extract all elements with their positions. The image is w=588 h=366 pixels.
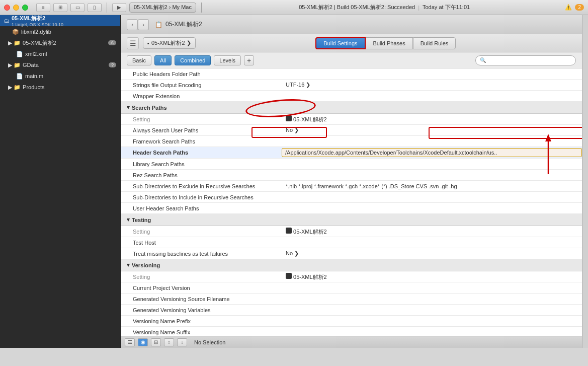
settings-table: Public Headers Folder Path Strings file … [121, 68, 582, 336]
sidebar-item-xml-file[interactable]: 📄 xml2.xml [0, 48, 120, 59]
gdata-folder-icon: ▶ 📁 [8, 62, 21, 68]
nav-next-button[interactable]: › [138, 19, 149, 30]
target-icon: ▪ [147, 40, 149, 46]
filter-combined-button[interactable]: Combined [175, 55, 211, 65]
sidebar-item-libxml2[interactable]: 📦 libxml2.dylib [0, 26, 120, 37]
align-bottom-icon[interactable]: ↕ [164, 338, 174, 346]
nav-prev-button[interactable]: ‹ [127, 19, 138, 30]
right-panel-button[interactable]: ▯ [88, 3, 102, 12]
sidebar-item-project[interactable]: 🗂 05-XML解析2 1 target, OS X SDK 10.10 [0, 15, 120, 26]
section-collapse-versioning-icon[interactable]: ▾ [127, 262, 130, 268]
filter-bottom-icon[interactable]: ◉ [138, 338, 148, 346]
settings-row-subdirs-exclude: Sub-Directories to Exclude in Recursive … [121, 181, 582, 192]
sidebar-item-xml-project[interactable]: ▶ 📁 05-XML解析2 A [0, 37, 120, 48]
settings-row-header-search: Header Search Paths /Applications/Xcode.… [121, 147, 582, 159]
row-value-treat-missing[interactable]: No ❯ [282, 250, 582, 257]
filter-all-button[interactable]: All [154, 55, 172, 65]
sidebar-toggle-button[interactable]: ≡ [36, 3, 50, 12]
section-testing: ▾ Testing [121, 214, 582, 226]
run-button[interactable]: ▶ [112, 3, 126, 12]
settings-row-version-setting: Setting 05-XML解析2 [121, 271, 582, 282]
section-versioning: ▾ Versioning [121, 259, 582, 271]
settings-row-rez-search: Rez Search Paths [121, 170, 582, 181]
bottom-bar: ☰ ◉ ⊟ ↕ ↓ No Selection [121, 336, 582, 348]
warning-icon: ⚠️ [565, 4, 572, 11]
close-button[interactable] [4, 5, 10, 11]
section-collapse-icon[interactable]: ▾ [127, 104, 130, 111]
warning-badge[interactable]: 2 [575, 4, 584, 11]
sidebar-label-gdata: GData [23, 62, 39, 68]
sidebar-item-products[interactable]: ▶ 📁 Products [0, 82, 120, 93]
search-box[interactable]: 🔍 [475, 55, 576, 65]
settings-row-test-setting: Setting 05-XML解析2 [121, 226, 582, 237]
project-tab-icon: 📋 [155, 21, 162, 28]
sidebar-label-products: Products [23, 84, 44, 90]
sidebar-item-main[interactable]: 📄 main.m [0, 70, 120, 82]
build-settings-tab[interactable]: Build Settings [315, 37, 365, 49]
search-icon: 🔍 [480, 57, 486, 63]
filter-add-button[interactable]: + [244, 55, 254, 65]
row-value-header-search[interactable]: /Applications/Xcode.app/Contents/Develop… [282, 148, 582, 157]
target-icon-version [286, 273, 292, 279]
sidebar-toggle-icon[interactable]: ☰ [127, 37, 139, 49]
settings-row-gen-vars: Generated Versioning Variables [121, 305, 582, 316]
row-name-framework-search: Framework Search Paths [121, 138, 282, 144]
sidebar-item-gdata[interactable]: ▶ 📁 GData ? [0, 59, 120, 70]
minimize-button[interactable] [13, 5, 19, 11]
row-name-always-search: Always Search User Paths [121, 127, 282, 133]
row-value-version-setting: 05-XML解析2 [282, 273, 582, 281]
section-title-testing: Testing [132, 217, 151, 223]
row-name-version-setting: Setting [121, 274, 282, 280]
traffic-lights [4, 5, 28, 11]
right-panel [582, 15, 588, 348]
settings-row-version-suffix: Versioning Name Suffix [121, 327, 582, 336]
fullscreen-button[interactable] [22, 5, 28, 11]
build-rules-tab[interactable]: Build Rules [413, 37, 456, 49]
sort-bottom-icon[interactable]: ↓ [177, 338, 187, 346]
settings-row-treat-missing: Treat missing baselines as test failures… [121, 248, 582, 259]
row-name-subdirs-include: Sub-Directories to Include in Recursive … [121, 194, 282, 200]
settings-row-gen-source: Generated Versioning Source Filename [121, 294, 582, 305]
target-selector[interactable]: ▪ 05-XML解析2 ❯ [143, 37, 196, 49]
breadcrumb[interactable]: 05-XML解析2 › My Mac [129, 3, 196, 13]
search-input[interactable] [488, 57, 571, 63]
target-icon-test [286, 228, 292, 234]
filter-levels-button[interactable]: Levels [214, 55, 241, 65]
project-tab[interactable]: 📋 05-XML解析2 [155, 20, 202, 29]
build-settings-header: ☰ ▪ 05-XML解析2 ❯ Build Settings Build Pha… [121, 34, 582, 52]
settings-row-search-setting: Setting 05-XML解析2 [121, 114, 582, 125]
build-status-text: 05-XML解析2 | Build 05-XML解析2: Succeeded [299, 4, 415, 11]
target-icon-small [286, 115, 292, 121]
settings-row-public-headers: Public Headers Folder Path [121, 68, 582, 80]
sidebar-project-title: 05-XML解析2 [12, 15, 63, 22]
row-name-version-prefix: Versioning Name Prefix [121, 318, 282, 324]
row-name-gen-vars: Generated Versioning Variables [121, 307, 282, 313]
row-name-header-search: Header Search Paths [121, 150, 282, 156]
row-name-version-suffix: Versioning Name Suffix [121, 329, 282, 335]
build-status: 05-XML解析2 | Build 05-XML解析2: Succeeded |… [207, 4, 562, 11]
folder-icon: ▶ 📁 [8, 40, 21, 46]
build-timestamp: Today at 下午11:01 [423, 4, 470, 11]
settings-row-library-search: Library Search Paths [121, 159, 582, 170]
section-title-versioning: Versioning [132, 262, 160, 268]
main-file-icon: 📄 [16, 73, 23, 80]
row-value-strings-encoding[interactable]: UTF-16 ❯ [282, 82, 582, 88]
sidebar-project-icon: 🗂 [4, 18, 10, 24]
gdata-badge: ? [109, 62, 116, 67]
build-phases-tab[interactable]: Build Phases [366, 37, 413, 49]
breadcrumb-text: 05-XML解析2 › My Mac [134, 4, 192, 11]
sidebar-label-libxml2: libxml2.dylib [21, 29, 51, 35]
layout-bottom-icon[interactable]: ⊟ [151, 338, 161, 346]
row-value-always-search[interactable]: No ❯ [282, 127, 582, 133]
filter-bar: Basic All Combined Levels + 🔍 [121, 52, 582, 68]
settings-row-framework-search: Framework Search Paths [121, 136, 582, 147]
sidebar-bottom-icon[interactable]: ☰ [125, 338, 135, 346]
section-collapse-testing-icon[interactable]: ▾ [127, 216, 130, 223]
titlebar-right: ⚠️ 2 [565, 4, 584, 11]
row-name-rez-search: Rez Search Paths [121, 172, 282, 178]
layout-button[interactable]: ⊞ [53, 3, 67, 12]
row-name-search-setting: Setting [121, 116, 282, 122]
bottom-panel-button[interactable]: ▭ [70, 3, 85, 12]
target-label: 05-XML解析2 ❯ [151, 39, 191, 47]
filter-basic-button[interactable]: Basic [127, 55, 151, 65]
